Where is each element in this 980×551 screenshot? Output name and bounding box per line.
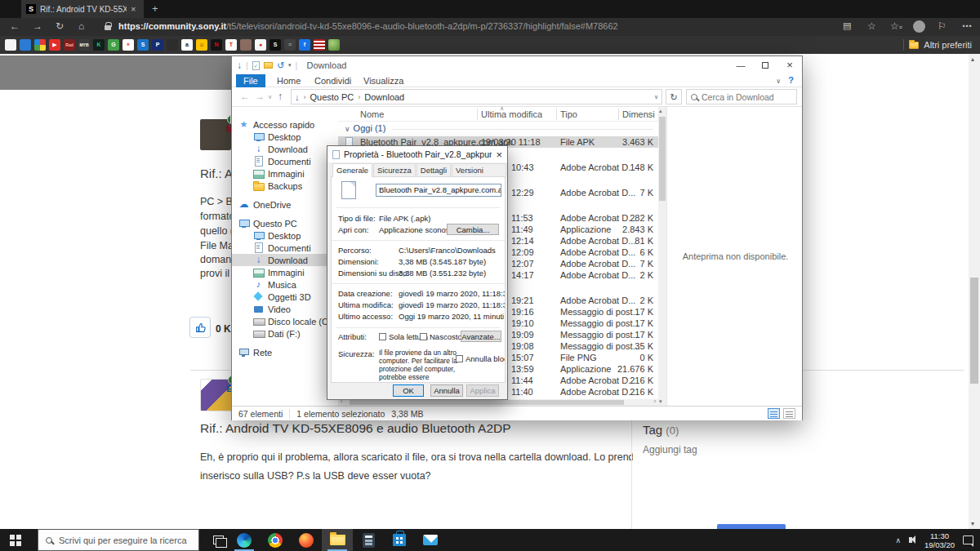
taskbar-calculator[interactable]: [353, 529, 384, 551]
up-icon[interactable]: ↑: [278, 91, 283, 102]
kudos-button[interactable]: [189, 317, 211, 338]
scroll-up-icon[interactable]: ▴: [659, 108, 662, 114]
close-icon[interactable]: ×: [777, 56, 802, 74]
sidebar-item-download[interactable]: Download: [232, 143, 338, 155]
properties-icon[interactable]: [252, 61, 260, 70]
taskbar-store[interactable]: [384, 529, 415, 551]
maximize-icon[interactable]: [753, 56, 777, 74]
ribbon-tab-condividi[interactable]: Condividi: [307, 74, 359, 87]
back-icon[interactable]: ←: [240, 91, 250, 102]
other-favorites[interactable]: Altri preferiti: [903, 36, 972, 54]
sidebar-item-backups[interactable]: Backups: [232, 180, 338, 192]
bookmark-icon[interactable]: [5, 39, 16, 51]
scroll-down-icon[interactable]: ▾: [659, 398, 662, 405]
bookmark-icon[interactable]: ≡: [284, 39, 296, 51]
filename-input[interactable]: Bluetooth Pair_v2.8_apkpure.com.apk: [376, 184, 501, 197]
undo-icon[interactable]: ↻: [277, 60, 284, 71]
apply-button[interactable]: Applica: [466, 384, 499, 397]
tab-dettagli[interactable]: Dettagli: [416, 163, 451, 176]
column-ultima-modifica[interactable]: Ultima modifica: [481, 109, 542, 119]
back-icon[interactable]: ←: [10, 20, 20, 32]
bookmark-icon[interactable]: f: [299, 39, 310, 51]
sidebar-item-dati-f[interactable]: Dati (F:): [232, 327, 338, 340]
sidebar-item-video[interactable]: Video: [232, 303, 338, 315]
breadcrumb-questo-pc[interactable]: Questo PC: [310, 92, 354, 102]
favorites-hub-icon[interactable]: ☆≡: [890, 20, 902, 32]
explorer-title-bar[interactable]: ↓ | ↻ ▾ | Download: [232, 56, 802, 74]
scroll-right-icon[interactable]: ›: [654, 398, 656, 404]
profile-avatar[interactable]: [913, 20, 925, 33]
ok-button[interactable]: OK: [393, 384, 424, 397]
taskbar-clock[interactable]: 11:3019/03/20: [924, 531, 955, 549]
action-center-icon[interactable]: [963, 535, 973, 544]
refresh-icon[interactable]: ↻: [666, 89, 682, 104]
home-icon[interactable]: ⌂: [78, 20, 84, 32]
sidebar-item-desktop[interactable]: Desktop: [232, 229, 338, 242]
minimize-icon[interactable]: —: [728, 56, 753, 74]
sidebar-item-disco-locale-c[interactable]: Disco locale (C:): [232, 315, 338, 327]
taskbar-firefox[interactable]: [291, 529, 322, 551]
tab-sicurezza[interactable]: Sicurezza: [373, 163, 416, 176]
forward-icon[interactable]: →: [255, 91, 265, 102]
page-scrollbar[interactable]: ▴ ▾: [969, 54, 980, 529]
hidden-icons-chevron[interactable]: ∧: [895, 536, 901, 544]
bookmark-icon[interactable]: [314, 39, 325, 51]
bookmark-icon[interactable]: P: [152, 39, 163, 51]
browser-tab[interactable]: S Rif.: Android TV KD-55XE8096 e ×: [21, 0, 144, 18]
help-icon[interactable]: ?: [788, 75, 794, 85]
bookmark-icon[interactable]: MYB: [78, 39, 90, 51]
scrollbar-thumb[interactable]: [970, 278, 978, 384]
group-header[interactable]: ∨Oggi (1): [345, 123, 385, 133]
change-button[interactable]: Cambia...: [447, 224, 499, 235]
taskbar-chrome[interactable]: [260, 529, 291, 551]
bookmark-icon[interactable]: T: [225, 39, 237, 51]
bookmark-icon[interactable]: [167, 39, 178, 51]
ribbon-tab-home[interactable]: Home: [270, 74, 308, 87]
forward-icon[interactable]: →: [33, 20, 42, 32]
scrollbar-thumb[interactable]: [659, 117, 666, 201]
add-tag-link[interactable]: Aggiungi tag: [643, 444, 697, 455]
column-nome[interactable]: Nome: [360, 109, 384, 119]
reading-view-icon[interactable]: ▤: [843, 20, 851, 31]
address-dropdown-icon[interactable]: ∨: [654, 94, 658, 100]
sidebar-item-onedrive[interactable]: OneDrive: [232, 198, 338, 211]
explorer-search-input[interactable]: Cerca in Download: [686, 89, 797, 104]
sidebar-item-immagini[interactable]: Immagini: [232, 266, 338, 278]
sidebar-item-documenti[interactable]: Documenti: [232, 242, 338, 254]
hidden-checkbox[interactable]: Nascosto: [420, 332, 462, 341]
bookmark-icon[interactable]: ☺: [196, 39, 207, 51]
bookmark-icon[interactable]: Rad: [64, 39, 75, 51]
close-icon[interactable]: ×: [496, 149, 502, 161]
sidebar-item-download[interactable]: Download: [232, 254, 338, 266]
bookmark-icon[interactable]: a: [181, 39, 193, 51]
start-button[interactable]: [0, 529, 38, 551]
dialog-title-bar[interactable]: Proprietà - Bluetooth Pair_v2.8_apkpure.…: [327, 146, 507, 162]
recent-locations-icon[interactable]: ∨: [268, 94, 272, 100]
sidebar-item-musica[interactable]: Musica: [232, 278, 338, 291]
ribbon-tab-visualizza[interactable]: Visualizza: [356, 74, 411, 87]
ribbon-collapse-icon[interactable]: ∨: [776, 78, 781, 85]
vertical-scrollbar[interactable]: ▴ ▾: [658, 107, 666, 406]
sidebar-item-documenti[interactable]: Documenti: [232, 155, 338, 167]
bookmark-icon[interactable]: N: [211, 39, 222, 51]
tab-versioni-precedenti[interactable]: Versioni precedenti: [452, 163, 506, 176]
taskbar-file-explorer[interactable]: [322, 529, 353, 551]
address-bar[interactable]: https://community.sony.it/t5/televisori/…: [118, 21, 829, 31]
sidebar-item-oggetti-3d[interactable]: Oggetti 3D: [232, 291, 338, 303]
breadcrumb-download[interactable]: Download: [364, 92, 404, 102]
column-tipo[interactable]: Tipo: [560, 109, 577, 119]
bookmark-icon[interactable]: [240, 39, 252, 51]
bookmark-icon[interactable]: S: [137, 39, 149, 51]
new-folder-icon[interactable]: [264, 62, 273, 69]
bookmark-icon[interactable]: K: [93, 39, 105, 51]
breadcrumb[interactable]: ↓ › Questo PC › Download ∨: [291, 89, 662, 104]
favorite-star-icon[interactable]: ☆: [867, 20, 876, 32]
customize-toolbar-icon[interactable]: ▾: [288, 62, 292, 69]
sidebar-item-immagini[interactable]: Immagini: [232, 167, 338, 180]
bookmark-icon[interactable]: S: [270, 39, 281, 51]
bookmark-icon[interactable]: G: [108, 39, 119, 51]
more-menu-icon[interactable]: ⋯: [962, 20, 972, 32]
tab-close-icon[interactable]: ×: [131, 4, 136, 14]
sidebar-item-questo-pc[interactable]: Questo PC: [232, 217, 338, 229]
sidebar-item-accesso-rapido[interactable]: Accesso rapido: [232, 118, 338, 131]
